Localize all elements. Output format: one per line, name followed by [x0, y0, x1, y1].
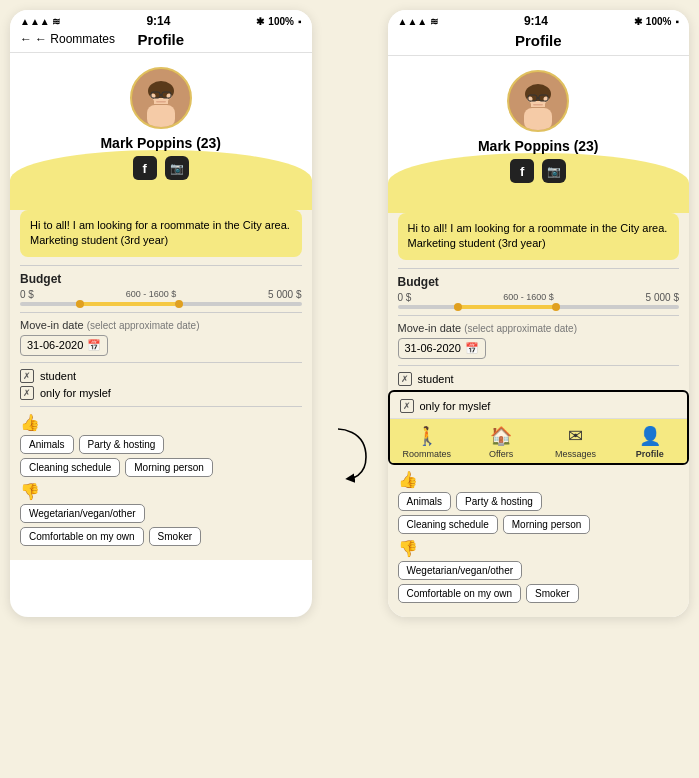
dislikes-row-2-right: Comfortable on my own Smoker — [398, 584, 680, 603]
profile-body-left: Hi to all! I am looking for a roommate i… — [10, 210, 312, 560]
dislikes-row-2-left: Comfortable on my own Smoker — [20, 527, 302, 546]
profile-header-right: Mark Poppins (23) f 📷 — [388, 56, 690, 213]
likes-row-2-left: Cleaning schedule Morning person — [20, 458, 302, 477]
tag-animals-left[interactable]: Animals — [20, 435, 74, 454]
tag-comfortable-left[interactable]: Comfortable on my own — [20, 527, 144, 546]
offers-nav-label: Offers — [489, 449, 513, 459]
back-arrow-icon: ← — [20, 32, 32, 46]
budget-slider-left[interactable] — [20, 302, 302, 306]
status-bar-left: ▲▲▲ ≋ 9:14 ✱ 100% ▪ — [10, 10, 312, 30]
thumbs-up-icon-left: 👍 — [20, 413, 302, 432]
checkbox-label-student-right: student — [418, 373, 454, 385]
avatar-image-left — [132, 69, 190, 127]
social-icons-right: f 📷 — [510, 159, 566, 183]
slider-dot-left-l — [76, 300, 84, 308]
movein-section-left: Move-in date (select approximate date) 3… — [20, 319, 302, 356]
offers-nav-icon: 🏠 — [490, 425, 512, 447]
nav-bar-right: Profile — [388, 30, 690, 56]
facebook-icon-left[interactable]: f — [133, 156, 157, 180]
avatar-right — [507, 70, 569, 132]
divider-1-left — [20, 265, 302, 266]
tag-comfortable-right[interactable]: Comfortable on my own — [398, 584, 522, 603]
page-container: ▲▲▲ ≋ 9:14 ✱ 100% ▪ ← ← Roommates Profil… — [10, 10, 689, 617]
battery-left: ✱ 100% ▪ — [256, 16, 301, 27]
right-phone: ▲▲▲ ≋ 9:14 ✱ 100% ▪ Profile — [388, 10, 690, 617]
signal-left: ▲▲▲ ≋ — [20, 16, 60, 27]
budget-min-right: 0 $ — [398, 292, 412, 303]
nav-item-profile[interactable]: 👤 Profile — [613, 425, 687, 459]
budget-min-left: 0 $ — [20, 289, 34, 300]
checkbox-icon-only-right: ✗ — [400, 399, 414, 413]
facebook-icon-right[interactable]: f — [510, 159, 534, 183]
nav-bar-left: ← ← Roommates Profile — [10, 30, 312, 53]
likes-row-1-right: Animals Party & hosting — [398, 492, 680, 511]
thumbs-down-icon-left: 👎 — [20, 482, 302, 501]
back-button-left[interactable]: ← ← Roommates — [20, 32, 115, 46]
social-icons-left: f 📷 — [133, 156, 189, 180]
checkbox-student-right[interactable]: ✗ student — [398, 372, 680, 386]
bottom-nav-right: 🚶 Roommates 🏠 Offers ✉ Messages 👤 — [390, 418, 688, 463]
checkbox-student-left[interactable]: ✗ student — [20, 369, 302, 383]
slider-dot-right-l — [175, 300, 183, 308]
divider-2-left — [20, 312, 302, 313]
nav-item-roommates[interactable]: 🚶 Roommates — [390, 425, 464, 459]
instagram-icon-left[interactable]: 📷 — [165, 156, 189, 180]
divider-3-right — [398, 365, 680, 366]
dislikes-row-1-right: Wegetarian/vegan/other — [398, 561, 680, 580]
tag-vegan-left[interactable]: Wegetarian/vegan/other — [20, 504, 145, 523]
date-input-right[interactable]: 31-06-2020 📅 — [398, 338, 486, 359]
tag-smoker-right[interactable]: Smoker — [526, 584, 578, 603]
instagram-icon-right[interactable]: 📷 — [542, 159, 566, 183]
avatar-left — [130, 67, 192, 129]
checkbox-only-right[interactable]: ✗ only for myslef — [390, 395, 688, 415]
thumbs-up-icon-right: 👍 — [398, 470, 680, 489]
slider-dot-left-r — [454, 303, 462, 311]
nav-item-offers[interactable]: 🏠 Offers — [464, 425, 538, 459]
left-phone: ▲▲▲ ≋ 9:14 ✱ 100% ▪ ← ← Roommates Profil… — [10, 10, 312, 617]
profile-nav-label: Profile — [636, 449, 664, 459]
budget-range-right: 600 - 1600 $ — [503, 292, 554, 303]
checkbox-label-only-left: only for myslef — [40, 387, 111, 399]
tag-morning-left[interactable]: Morning person — [125, 458, 212, 477]
slider-dot-right-r — [552, 303, 560, 311]
profile-body-right: Hi to all! I am looking for a roommate i… — [388, 213, 690, 617]
time-left: 9:14 — [146, 14, 170, 28]
checkbox-icon-only-left: ✗ — [20, 386, 34, 400]
likes-row-2-right: Cleaning schedule Morning person — [398, 515, 680, 534]
nav-item-messages[interactable]: ✉ Messages — [538, 425, 612, 459]
budget-slider-right[interactable] — [398, 305, 680, 309]
tag-cleaning-left[interactable]: Cleaning schedule — [20, 458, 120, 477]
profile-header-left: Mark Poppins (23) f 📷 — [10, 53, 312, 210]
tag-party-left[interactable]: Party & hosting — [79, 435, 165, 454]
tag-cleaning-right[interactable]: Cleaning schedule — [398, 515, 498, 534]
movein-section-right: Move-in date (select approximate date) 3… — [398, 322, 680, 359]
signal-right: ▲▲▲ ≋ — [398, 16, 438, 27]
tag-vegan-right[interactable]: Wegetarian/vegan/other — [398, 561, 523, 580]
divider-2-right — [398, 315, 680, 316]
time-right: 9:14 — [524, 14, 548, 28]
movein-label-left: Move-in date (select approximate date) — [20, 319, 302, 331]
svg-rect-18 — [533, 104, 543, 106]
tag-animals-right[interactable]: Animals — [398, 492, 452, 511]
budget-max-left: 5 000 $ — [268, 289, 301, 300]
date-input-left[interactable]: 31-06-2020 📅 — [20, 335, 108, 356]
calendar-icon-left: 📅 — [87, 339, 101, 352]
budget-row-left: 0 $ 600 - 1600 $ 5 000 $ — [20, 289, 302, 300]
budget-range-left: 600 - 1600 $ — [126, 289, 177, 300]
svg-rect-2 — [147, 105, 175, 127]
likes-row-1-left: Animals Party & hosting — [20, 435, 302, 454]
tag-smoker-left[interactable]: Smoker — [149, 527, 201, 546]
calendar-icon-right: 📅 — [465, 342, 479, 355]
tag-morning-right[interactable]: Morning person — [503, 515, 590, 534]
messages-nav-icon: ✉ — [568, 425, 583, 447]
tag-party-right[interactable]: Party & hosting — [456, 492, 542, 511]
battery-right: ✱ 100% ▪ — [634, 16, 679, 27]
divider-4-left — [20, 406, 302, 407]
svg-rect-13 — [524, 108, 552, 130]
checkbox-icon-student-right: ✗ — [398, 372, 412, 386]
bio-box-left: Hi to all! I am looking for a roommate i… — [20, 210, 302, 257]
divider-3-left — [20, 362, 302, 363]
checkbox-only-left[interactable]: ✗ only for myslef — [20, 386, 302, 400]
svg-rect-7 — [156, 101, 166, 103]
divider-1-right — [398, 268, 680, 269]
